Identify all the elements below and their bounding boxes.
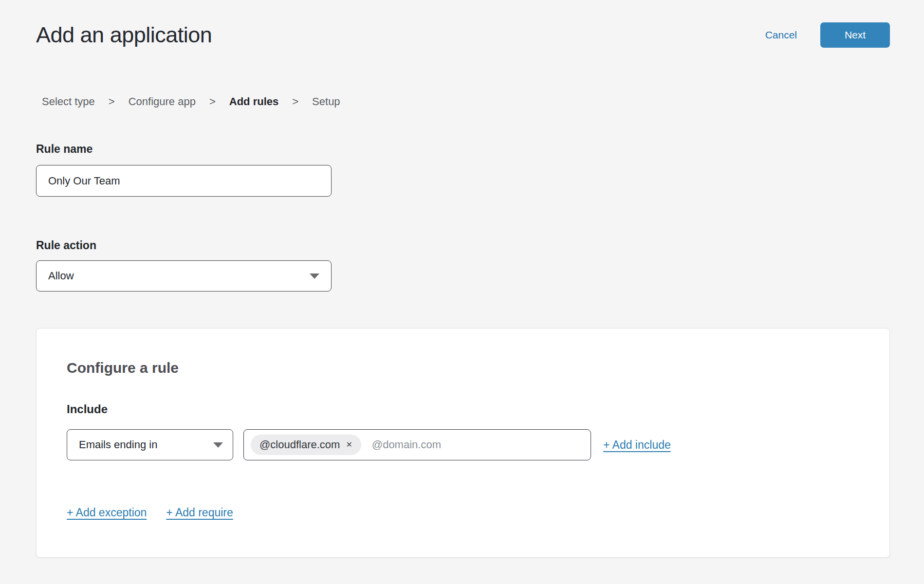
domain-entry-input[interactable]: [372, 438, 584, 451]
include-criteria-select[interactable]: Emails ending in: [67, 429, 233, 460]
configure-rule-card: Configure a rule Include Emails ending i…: [36, 328, 890, 558]
cancel-button[interactable]: Cancel: [765, 29, 797, 41]
breadcrumb-step-configure-app[interactable]: Configure app: [129, 95, 196, 108]
chevron-down-icon: [310, 274, 319, 279]
header-actions: Cancel Next: [765, 22, 890, 48]
chevron-down-icon: [213, 442, 223, 448]
rule-name-input[interactable]: [36, 165, 332, 197]
add-application-page: Add an application Cancel Next Select ty…: [0, 0, 924, 584]
rule-name-label: Rule name: [36, 143, 890, 156]
email-domain-chip: @cloudflare.com ✕: [251, 435, 361, 455]
breadcrumb-separator: >: [292, 95, 298, 108]
next-button[interactable]: Next: [820, 22, 890, 48]
include-value-tag-input[interactable]: @cloudflare.com ✕: [243, 429, 591, 460]
rule-action-label: Rule action: [36, 239, 890, 252]
include-rule-row: Emails ending in @cloudflare.com ✕ + Add…: [67, 429, 859, 460]
add-include-link[interactable]: + Add include: [603, 438, 671, 452]
rule-extra-links: + Add exception + Add require: [67, 506, 859, 519]
breadcrumb-step-setup[interactable]: Setup: [312, 95, 340, 108]
rule-action-select[interactable]: Allow: [36, 260, 332, 292]
chip-label: @cloudflare.com: [259, 438, 340, 451]
breadcrumb-step-add-rules[interactable]: Add rules: [229, 95, 278, 108]
include-label: Include: [67, 402, 859, 416]
breadcrumb-separator: >: [109, 95, 115, 108]
add-exception-link[interactable]: + Add exception: [67, 506, 147, 519]
include-criteria-selected-value: Emails ending in: [79, 438, 157, 451]
add-require-link[interactable]: + Add require: [166, 506, 233, 519]
page-header: Add an application Cancel Next: [36, 0, 890, 49]
breadcrumb: Select type > Configure app > Add rules …: [42, 95, 890, 108]
rule-action-selected-value: Allow: [48, 270, 74, 282]
breadcrumb-separator: >: [209, 95, 216, 108]
breadcrumb-step-select-type[interactable]: Select type: [42, 95, 95, 108]
card-title: Configure a rule: [67, 360, 859, 376]
page-title: Add an application: [36, 21, 212, 49]
chip-remove-icon[interactable]: ✕: [346, 441, 352, 449]
